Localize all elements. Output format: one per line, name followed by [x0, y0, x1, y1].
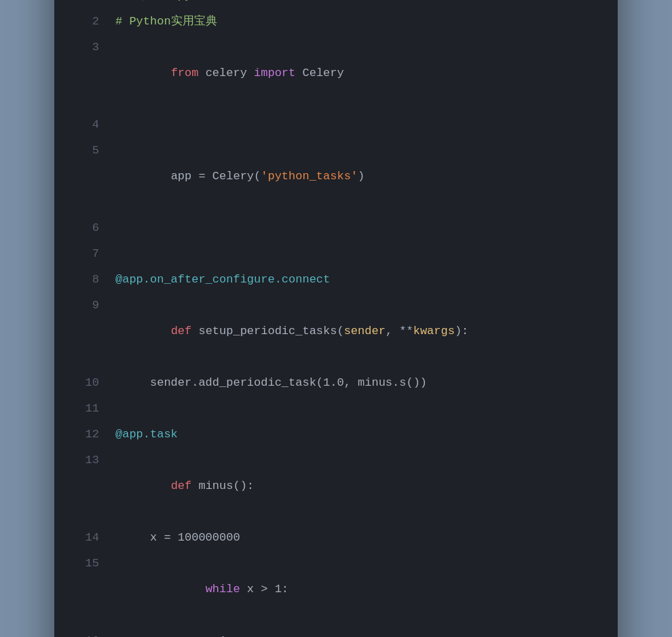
code-line: 15 while x > 1:	[75, 551, 597, 628]
line-number: 7	[75, 241, 99, 267]
code-token: x = x-1	[115, 628, 226, 637]
code-token: from celery import Celery	[115, 35, 344, 112]
line-number: 12	[75, 422, 99, 448]
code-token: def setup_periodic_tasks(sender, **kwarg…	[115, 293, 468, 370]
code-line: 9 def setup_periodic_tasks(sender, **kwa…	[75, 293, 597, 370]
code-line: 16 x = x-1	[75, 628, 597, 637]
code-line: 14 x = 100000000	[75, 525, 597, 551]
code-token	[115, 241, 122, 267]
line-number: 2	[75, 9, 99, 35]
code-line: 2 # Python实用宝典	[75, 9, 597, 35]
line-number: 15	[75, 551, 99, 577]
code-token: sender.add_periodic_task(1.0, minus.s())	[115, 370, 427, 396]
code-token: @app.task	[115, 422, 178, 448]
code-line: 13 def minus():	[75, 448, 597, 525]
line-number: 9	[75, 293, 99, 318]
code-token: def minus():	[115, 448, 254, 525]
code-line: 6	[75, 215, 597, 241]
line-number: 16	[75, 628, 99, 637]
line-number: 13	[75, 448, 99, 473]
code-token: while x > 1:	[115, 551, 288, 628]
code-token	[115, 215, 122, 241]
line-number: 3	[75, 35, 99, 60]
code-area: 1 # 文件名: python_tasks 2 # Python实用宝典 3 f…	[54, 0, 618, 637]
code-token: # Python实用宝典	[115, 9, 217, 35]
code-line: 4	[75, 112, 597, 138]
code-token: x = 100000000	[115, 525, 240, 551]
code-line: 7	[75, 241, 597, 267]
code-line: 1 # 文件名: python_tasks	[75, 0, 597, 9]
code-line: 3 from celery import Celery	[75, 35, 597, 112]
code-line: 8 @app.on_after_configure.connect	[75, 267, 597, 293]
code-token: @app.on_after_configure.connect	[115, 267, 330, 293]
line-number: 10	[75, 370, 99, 396]
line-number: 11	[75, 396, 99, 422]
line-number: 6	[75, 215, 99, 241]
code-token: app = Celery('python_tasks')	[115, 138, 365, 215]
line-number: 5	[75, 138, 99, 164]
code-token	[115, 396, 122, 422]
code-token: # 文件名: python_tasks	[115, 0, 261, 9]
code-line: 11	[75, 396, 597, 422]
line-number: 4	[75, 112, 99, 138]
code-line: 5 app = Celery('python_tasks')	[75, 138, 597, 215]
code-line: 12 @app.task	[75, 422, 597, 448]
line-number: 14	[75, 525, 99, 551]
line-number: 8	[75, 267, 99, 293]
code-token	[115, 112, 122, 138]
line-number: 1	[75, 0, 99, 9]
code-line: 10 sender.add_periodic_task(1.0, minus.s…	[75, 370, 597, 396]
code-editor-window: 1 # 文件名: python_tasks 2 # Python实用宝典 3 f…	[54, 0, 618, 637]
